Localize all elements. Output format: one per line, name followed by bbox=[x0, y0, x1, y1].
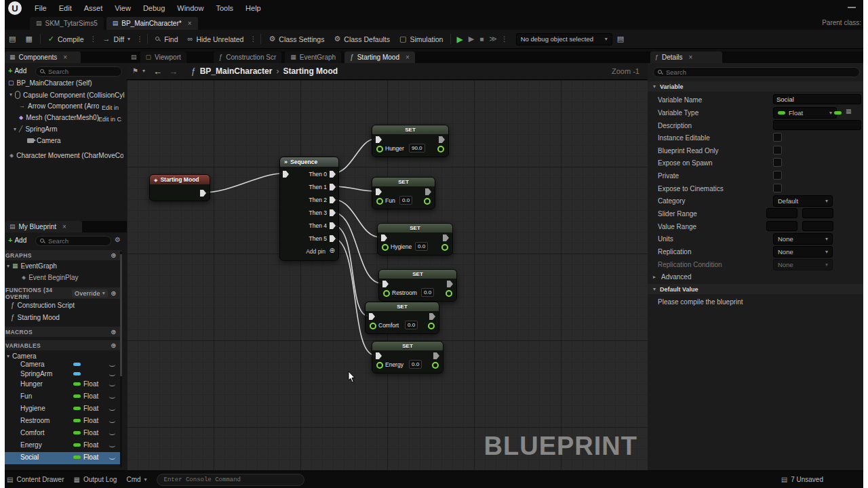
component-row-arrow[interactable]: → Arrow Component (Arrow) bbox=[19, 102, 99, 110]
description-input[interactable] bbox=[773, 120, 861, 130]
component-row-capsule[interactable]: ▾ Capsule Component (CollisionCylind bbox=[9, 91, 125, 99]
chevron-down-icon[interactable]: ▾ bbox=[142, 68, 145, 74]
panel-layout-icon[interactable]: ▤ bbox=[131, 54, 137, 60]
exec-out-pin[interactable] bbox=[330, 235, 336, 242]
add-graph-icon[interactable]: ⊕ bbox=[111, 252, 117, 259]
event-beginplay-row[interactable]: ◈ Event BeginPlay bbox=[22, 274, 122, 281]
tab-eventgraph[interactable]: ▦ EventGraph bbox=[285, 52, 341, 63]
details-search[interactable] bbox=[653, 67, 860, 77]
console-type-dropdown[interactable]: Cmd ▾ bbox=[126, 476, 146, 483]
node-set-fun[interactable]: SET Fun 0.0 bbox=[372, 177, 435, 209]
compile-button[interactable]: ✓ Compile bbox=[43, 30, 89, 48]
float-out-pin[interactable] bbox=[441, 244, 448, 251]
add-macro-icon[interactable]: ⊕ bbox=[111, 329, 117, 336]
eye-closed-icon[interactable] bbox=[109, 362, 115, 367]
save-button[interactable]: ▤ bbox=[4, 30, 20, 48]
float-in-pin[interactable] bbox=[376, 362, 383, 369]
compile-options-icon[interactable]: ⋮ bbox=[89, 36, 98, 43]
component-row-charmove[interactable]: ◈ Character Movement (CharMoveCo bbox=[9, 152, 123, 159]
functions-section-header[interactable]: FUNCTIONS (34 OVERRI Override ▾ ⊕ bbox=[0, 287, 122, 299]
tab-viewport[interactable]: ▢ Viewport bbox=[140, 52, 186, 63]
variables-section-header[interactable]: VARIABLES ⊕ bbox=[0, 340, 122, 350]
diff-options-icon[interactable]: ⋮ bbox=[135, 36, 144, 43]
exec-in-pin[interactable] bbox=[376, 136, 382, 143]
component-row-springarm[interactable]: ▾ ╱ SpringArm bbox=[14, 125, 122, 133]
components-search[interactable] bbox=[35, 66, 122, 77]
eye-closed-icon[interactable] bbox=[109, 430, 115, 435]
variable-row-energy[interactable]: Energy Float bbox=[20, 441, 121, 449]
container-grid-icon[interactable]: ▦ bbox=[846, 108, 852, 115]
hide-unrelated-button[interactable]: ∞ Hide Unrelated bbox=[183, 30, 249, 48]
value-input[interactable]: 0.0 bbox=[421, 288, 434, 297]
menu-window[interactable]: Window bbox=[171, 0, 210, 16]
variable-section-header[interactable]: ▾ Variable bbox=[648, 81, 868, 92]
exec-out-pin[interactable] bbox=[433, 352, 439, 359]
value-input[interactable]: 90.0 bbox=[409, 144, 425, 152]
blueprint-read-only-checkbox[interactable] bbox=[773, 146, 782, 155]
variable-row-social[interactable]: Social Float bbox=[20, 453, 121, 461]
debug-browse-button[interactable]: ▤ bbox=[612, 30, 629, 48]
slider-range-max-input[interactable] bbox=[802, 208, 833, 218]
exec-in-pin[interactable] bbox=[381, 235, 387, 241]
exec-in-pin[interactable] bbox=[376, 352, 382, 359]
play-button[interactable]: ▶ bbox=[454, 30, 465, 48]
value-range-min-input[interactable] bbox=[766, 221, 797, 231]
node-set-hunger[interactable]: SET Hunger 90.0 bbox=[372, 125, 449, 157]
graphs-section-header[interactable]: GRAPHS ⊕ bbox=[0, 250, 122, 260]
exec-out-pin[interactable] bbox=[447, 281, 453, 287]
search-input[interactable] bbox=[48, 68, 117, 75]
class-settings-button[interactable]: ⚙ Class Settings bbox=[264, 30, 329, 48]
console-command-field[interactable] bbox=[157, 474, 304, 486]
add-blueprint-item-button[interactable]: +Add bbox=[8, 236, 26, 244]
container-type-icon[interactable] bbox=[834, 111, 842, 115]
back-icon[interactable]: ← bbox=[153, 67, 162, 76]
menu-help[interactable]: Help bbox=[239, 0, 267, 16]
exec-out-pin[interactable] bbox=[439, 136, 445, 143]
my-blueprint-search[interactable] bbox=[35, 236, 111, 246]
variable-type-dropdown[interactable]: Float ▾ bbox=[773, 107, 837, 119]
eye-closed-icon[interactable] bbox=[109, 455, 115, 460]
eventgraph-row[interactable]: ▾ ▦ EventGraph bbox=[7, 262, 121, 270]
hide-unrelated-options-icon[interactable]: ⋮ bbox=[248, 36, 258, 43]
float-out-pin[interactable] bbox=[424, 198, 431, 205]
tab-my-blueprint[interactable]: ▤ My Blueprint × bbox=[5, 221, 82, 232]
component-row-camera[interactable]: Camera bbox=[27, 137, 122, 144]
browse-button[interactable]: ▦ bbox=[20, 30, 37, 48]
node-set-energy[interactable]: SET Energy 0.0 bbox=[372, 341, 443, 373]
variable-row-hygiene[interactable]: Hygiene Float bbox=[20, 405, 121, 412]
frame-skip-button[interactable]: ▶ bbox=[466, 30, 477, 48]
class-defaults-button[interactable]: ⚙ Class Defaults bbox=[329, 30, 395, 48]
float-out-pin[interactable] bbox=[432, 362, 439, 369]
menu-debug[interactable]: Debug bbox=[137, 0, 171, 16]
variable-row-restroom[interactable]: Restroom Float bbox=[20, 417, 121, 424]
value-input[interactable]: 0.0 bbox=[409, 360, 422, 369]
component-row-mesh[interactable]: ◆ Mesh (CharacterMesh0) bbox=[19, 114, 99, 121]
value-input[interactable]: 0.0 bbox=[405, 321, 418, 329]
breadcrumb-root[interactable]: BP_MainCharacter bbox=[200, 66, 273, 76]
menu-asset[interactable]: Asset bbox=[78, 0, 109, 16]
exec-in-pin[interactable] bbox=[382, 281, 389, 287]
node-set-comfort[interactable]: SET Comfort 0.0 bbox=[365, 302, 439, 334]
variable-row-fun[interactable]: Fun Float bbox=[20, 392, 121, 400]
advanced-toggle[interactable]: Advanced bbox=[661, 273, 691, 281]
camera-category-row[interactable]: ▾ Camera bbox=[7, 352, 121, 360]
menu-file[interactable]: File bbox=[28, 0, 53, 16]
eye-closed-icon[interactable] bbox=[109, 418, 115, 423]
tab-starting-mood[interactable]: ƒ Starting Mood × bbox=[344, 52, 415, 63]
node-starting-mood-entry[interactable]: ◈ Starting Mood bbox=[149, 174, 210, 201]
unsaved-indicator[interactable]: ▤ 7 Unsaved bbox=[781, 476, 823, 483]
find-button[interactable]: Find bbox=[151, 30, 182, 48]
exec-in-pin[interactable] bbox=[283, 171, 289, 178]
debug-object-dropdown[interactable]: No debug object selected ▾ bbox=[516, 33, 612, 45]
console-input[interactable] bbox=[163, 476, 298, 484]
add-variable-icon[interactable]: ⊕ bbox=[111, 342, 117, 349]
float-out-pin[interactable] bbox=[437, 146, 444, 152]
units-dropdown[interactable]: None ▾ bbox=[773, 233, 833, 245]
tab-skm-tytarsims5[interactable]: ▤ SKM_TytarSims5 bbox=[30, 17, 104, 30]
content-drawer-button[interactable]: ▤ Content Drawer bbox=[7, 476, 64, 483]
expose-on-spawn-checkbox[interactable] bbox=[773, 158, 782, 167]
exec-out-pin[interactable] bbox=[330, 209, 336, 216]
private-checkbox[interactable] bbox=[773, 171, 782, 180]
construction-script-row[interactable]: ƒ Construction Script bbox=[11, 302, 122, 309]
exec-out-pin[interactable] bbox=[429, 313, 435, 320]
